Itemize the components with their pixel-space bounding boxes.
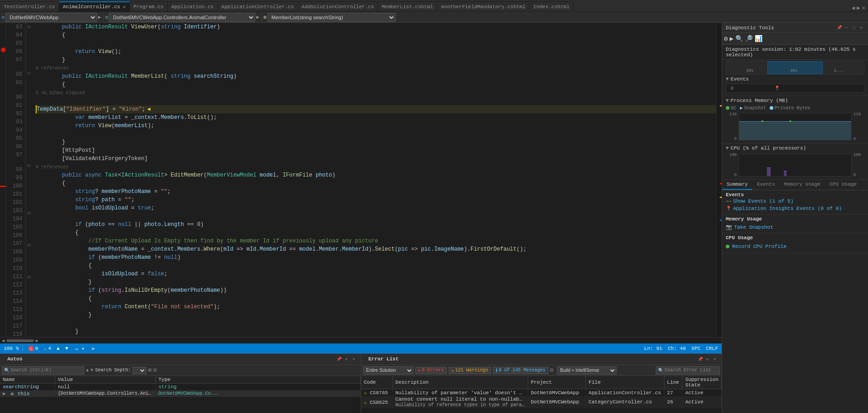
diag-close-icon[interactable]: ✕ <box>858 25 864 31</box>
col-value[interactable]: Value <box>55 376 155 384</box>
zoom-in-icon[interactable]: 🔎 <box>745 35 753 43</box>
diag-minimize-icon[interactable]: ─ <box>843 25 850 31</box>
error-close-icon[interactable]: ✕ <box>712 356 718 363</box>
events-triangle-icon[interactable]: ▼ <box>726 76 729 82</box>
memory-triangle-icon[interactable]: ▼ <box>726 98 729 103</box>
warnings-btn[interactable]: ⚠ 4 <box>44 346 51 352</box>
col-suppression[interactable]: Suppression State <box>682 376 722 389</box>
fold-btn-88[interactable]: ⊟ <box>26 69 32 77</box>
tab-cpu-usage[interactable]: CPU Usage <box>825 180 861 190</box>
fold-btn-98[interactable]: ⊟ <box>26 161 32 169</box>
autos-float-icon[interactable]: ⇱ <box>343 356 350 363</box>
errors-btn[interactable]: ✕ 0 <box>28 346 38 351</box>
record-cpu-link[interactable]: Record CPU Profile <box>732 243 787 250</box>
collapse-all-icon[interactable]: ⊟ <box>153 367 156 374</box>
fold-btn-104[interactable]: ⊟ <box>26 209 32 217</box>
gc-event-2 <box>789 120 791 122</box>
pause-icon[interactable]: ⏸ <box>730 86 734 91</box>
chart-icon[interactable]: 📊 <box>755 35 762 43</box>
scope-select[interactable]: Entire Solution <box>363 366 413 375</box>
cpu-triangle-icon[interactable]: ▼ <box>726 145 729 151</box>
scroll-right-btn[interactable]: ▶ <box>36 338 38 343</box>
close-all-icon[interactable]: ✕ <box>862 5 865 11</box>
tab-animalcontroller[interactable]: AnimalController.cs ✕ <box>59 1 129 11</box>
autos-close-icon[interactable]: ✕ <box>351 356 357 363</box>
col-type[interactable]: Type <box>155 376 360 384</box>
error-float-icon[interactable]: ⇱ <box>704 356 711 363</box>
expand-icon[interactable]: ▶ <box>3 391 6 397</box>
camera-icon: 📷 <box>726 224 732 230</box>
code-line-103 <box>36 212 716 220</box>
controller-select[interactable]: DotNet6MVCWebApp.Controllers.AnimalContr… <box>109 13 255 22</box>
error-search-box[interactable]: 🔍 Search Error List <box>656 366 720 375</box>
warning-icon2: ⚠ <box>364 400 367 405</box>
diag-maximize-icon[interactable]: □ <box>851 25 857 31</box>
h-scrollbar-thumb[interactable] <box>6 339 34 342</box>
diag-pin-icon[interactable]: 📌 <box>836 25 842 31</box>
tab-program[interactable]: Program.cs <box>130 1 168 11</box>
error-search-input[interactable]: 🔍 Search Error List <box>656 366 720 375</box>
settings-icon[interactable]: ⚙ <box>724 35 728 43</box>
col-line[interactable]: Line <box>664 376 682 389</box>
col-desc[interactable]: Description <box>392 376 528 389</box>
take-snapshot-link[interactable]: 📷 Take Snapshot <box>726 223 864 231</box>
edit-actions-btn[interactable]: ✏ ▾ <box>75 346 85 352</box>
tab-application[interactable]: Application.cs <box>168 1 218 11</box>
close-icon[interactable]: ✕ <box>123 4 126 10</box>
tab-testcontroller[interactable]: TestController.cs <box>0 1 59 11</box>
show-events-link[interactable]: ⇒⇒ Show Events (1 of 5) <box>726 198 864 205</box>
start-diag-icon[interactable]: ▶ <box>729 35 733 43</box>
expand-all-icon[interactable]: ⊞ <box>148 367 151 374</box>
tab-memberlist[interactable]: MemberList.cshtml <box>378 1 437 11</box>
project-select[interactable]: DotNet6MVCWebApp <box>5 13 97 22</box>
message-count-badge[interactable]: ℹ 0 of 145 Messages <box>493 367 548 374</box>
fold-btn-108[interactable]: ⊟ <box>26 241 32 249</box>
h-scrollbar[interactable]: ◀ ▶ <box>0 337 722 343</box>
fold-btn-83[interactable]: ⊟ <box>26 23 32 31</box>
error-circle-icon: ✕ <box>28 346 34 351</box>
scroll-left-btn[interactable]: ◀ <box>2 338 5 343</box>
error-count-badge[interactable]: ✕ 0 Errors <box>415 367 447 374</box>
events-controls[interactable]: ⏸ <box>730 86 734 91</box>
scroll-to-end-btn[interactable]: ⊳ <box>92 346 95 352</box>
col-name[interactable]: Name <box>0 376 55 384</box>
tab-anotherfield[interactable]: AnotherFieldMandatory.cshtml <box>437 1 530 11</box>
zoom-out-icon[interactable]: 🔍 <box>735 35 743 43</box>
build-select[interactable]: Build + IntelliSense <box>557 366 616 375</box>
overflow-left-icon[interactable]: ◀ <box>852 5 855 11</box>
tab-appcontroller[interactable]: ApplicationController.cs <box>218 1 298 11</box>
col-code[interactable]: Code <box>361 376 393 389</box>
tab-index[interactable]: Index.cshtml <box>530 1 573 11</box>
warning-count-badge[interactable]: ⚠ 121 Warnings <box>449 367 491 374</box>
pin-icon: 📍 <box>774 86 780 91</box>
sort-desc-icon[interactable]: ▼ <box>91 368 93 373</box>
tab-memory-usage[interactable]: Memory Usage <box>780 180 825 190</box>
app-insights-link[interactable]: 📍 Application Insights Events (0 of 0) <box>726 205 864 212</box>
search-depth-select[interactable]: 3 1 2 4 5 <box>133 367 146 374</box>
fold-btn-112[interactable]: ⊟ <box>26 273 32 281</box>
events-strip: ⏸ 📍 <box>726 84 864 93</box>
gutter-margin <box>0 23 6 337</box>
code-line-107: memberPhotoName = _context.Members.Where… <box>36 245 716 253</box>
sort-asc-icon[interactable]: ▲ <box>86 368 89 373</box>
error-pin-icon[interactable]: 📌 <box>697 356 703 363</box>
navigate-up-btn[interactable]: ▲ <box>57 346 60 351</box>
search-placeholder: Search (Ctrl+E) <box>11 368 52 373</box>
col-file[interactable]: File <box>586 376 664 389</box>
code-content[interactable]: public IActionResult ViewUser(string Ide… <box>32 23 716 337</box>
tab-events[interactable]: Events <box>752 180 780 190</box>
snapshot-label: Snapshot <box>744 106 766 111</box>
filter-icon[interactable]: ⊟ <box>550 367 553 374</box>
tab-bar: TestController.cs AnimalController.cs ✕ … <box>0 0 868 12</box>
col-project[interactable]: Project <box>528 376 585 389</box>
tab-addsolution[interactable]: AddSolutionController.cs <box>298 1 378 11</box>
tab-label: Index.cshtml <box>533 4 569 10</box>
code-container[interactable]: 83 84 85 86 87 88 89 90 91 92 93 94 95 9… <box>0 23 722 337</box>
navigate-down-btn[interactable]: ▼ <box>65 346 68 351</box>
memory-y-axis-left: 119 0 <box>726 112 737 141</box>
overflow-right-icon[interactable]: ▶ <box>857 5 860 11</box>
search-box[interactable]: 🔍 Search (Ctrl+E) <box>2 366 84 375</box>
tab-summary[interactable]: Summary <box>722 180 752 190</box>
autos-pin-icon[interactable]: 📌 <box>336 356 343 363</box>
member-select[interactable]: MemberList(string searchString) <box>268 13 396 22</box>
